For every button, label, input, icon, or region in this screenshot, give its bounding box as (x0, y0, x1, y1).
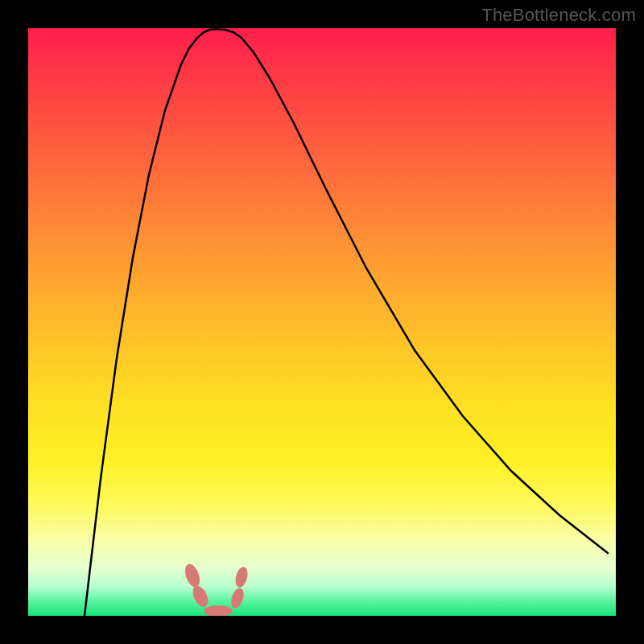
marker-right-top (233, 566, 250, 589)
plot-area (28, 28, 616, 616)
curve-valley-floor (204, 29, 233, 32)
valley-markers (182, 562, 250, 616)
marker-floor (204, 605, 233, 616)
curve-layer (28, 28, 616, 616)
watermark-text: TheBottleneck.com (481, 5, 636, 26)
curve-left-branch (85, 32, 204, 616)
curve-right-branch (233, 32, 608, 553)
chart-frame: TheBottleneck.com (0, 0, 644, 644)
marker-right-bottom (229, 586, 246, 609)
marker-left-top (182, 562, 202, 589)
marker-left-bottom (190, 584, 211, 609)
